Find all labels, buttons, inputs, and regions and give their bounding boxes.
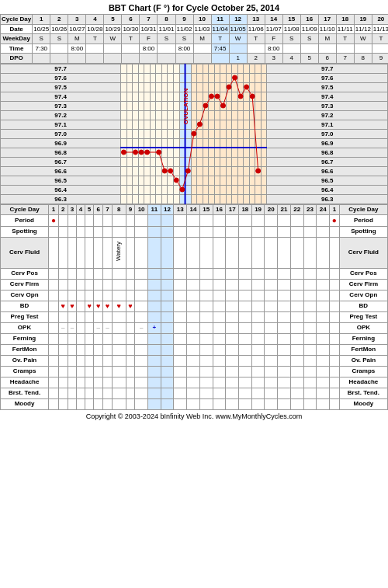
temp-cell-22 [244, 101, 250, 110]
temp-cell-18 [220, 120, 227, 129]
opk-neg-3: – [71, 324, 74, 331]
temp-cell-7 [156, 194, 162, 204]
temp-cell-7 [156, 82, 162, 92]
cerv-opn-label: Cerv Opn [1, 290, 49, 301]
temp-row-96.7: 96.796.7 [1, 157, 388, 166]
temp-cell-13 [191, 166, 197, 176]
temp-label-right-7: 97.0 [267, 129, 388, 138]
temp-cell-4 [138, 82, 144, 92]
temp-cell-12 [185, 166, 192, 176]
temp-cell-9 [168, 166, 174, 176]
temp-cell-15 [203, 101, 209, 110]
ferning-label: Ferning [1, 333, 49, 344]
temp-cell-17 [214, 101, 220, 110]
temp-cell-14 [197, 120, 203, 129]
temp-cell-5 [144, 110, 151, 120]
temp-cell-16 [209, 176, 215, 185]
date-row: Date 10/2510/2610/2710/28 10/2910/3010/3… [1, 24, 389, 34]
temp-cell-15 [203, 129, 209, 138]
temp-cell-21 [237, 110, 244, 120]
temp-cell-14 [197, 92, 203, 101]
temp-cell-3 [133, 82, 139, 92]
temp-cell-17 [214, 194, 220, 204]
temp-cell-23 [249, 73, 255, 82]
temp-cell-16 [209, 64, 215, 73]
temp-cell-24 [255, 73, 262, 82]
temp-cell-18 [220, 138, 227, 148]
temp-cell-21 [237, 138, 244, 148]
temp-cell-16 [209, 129, 215, 138]
temp-cell-12 [185, 176, 192, 185]
temp-row-97.4: 97.497.4 [1, 92, 388, 101]
temp-cell-18 [220, 176, 227, 185]
temp-cell-23 [249, 64, 255, 73]
ferning-label-right: Ferning [339, 333, 387, 344]
temp-cell-17 [214, 129, 220, 138]
period-dot-25: ● [332, 216, 337, 224]
temp-cell-11 [179, 157, 185, 166]
temp-cell-7 [156, 120, 162, 129]
headache-row: Headache Headache [1, 377, 388, 388]
temp-cell-25 [261, 148, 267, 157]
temp-label-right-9: 96.8 [267, 148, 388, 157]
temp-cell-15 [203, 148, 209, 157]
temp-cell-23 [249, 176, 255, 185]
temp-cell-3 [133, 138, 139, 148]
temp-cell-13 [191, 129, 197, 138]
temp-cell-8 [161, 110, 168, 120]
temp-cell-23 [249, 101, 255, 110]
temp-cell-12 [185, 194, 192, 204]
temp-cell-12 [185, 64, 192, 73]
cerv-firm-row: Cerv Firm Cerv Firm [1, 279, 388, 290]
temp-cell-3 [133, 129, 139, 138]
temp-cell-5 [144, 73, 151, 82]
temp-cell-25 [261, 166, 267, 176]
opk-neg-10: – [140, 324, 143, 331]
temp-cell-16 [209, 138, 215, 148]
period-label-right: Period [339, 214, 387, 226]
opk-neg-7: – [106, 324, 109, 331]
temperature-chart: 97.797.797.697.697.597.597.497.497.397.3… [0, 64, 388, 204]
temp-cell-4 [138, 120, 144, 129]
temp-cell-10 [173, 92, 179, 101]
temp-cell-25 [261, 101, 267, 110]
temp-cell-19 [226, 176, 232, 185]
temp-cell-4 [138, 64, 144, 73]
temp-cell-3 [133, 101, 139, 110]
temp-cell-6 [150, 138, 156, 148]
temp-cell-25 [261, 73, 267, 82]
temp-cell-22 [244, 92, 250, 101]
temp-cell-2 [126, 120, 133, 129]
temp-cell-12 [185, 82, 192, 92]
temp-cell-8 [161, 82, 168, 92]
bd-row: BD ♥ ♥ ♥ ♥ ♥ ♥ ♥ BD [1, 301, 388, 311]
opk-label-right: OPK [339, 322, 387, 333]
temp-cell-24 [255, 120, 262, 129]
temp-cell-15 [203, 194, 209, 204]
temp-label-right-6: 97.1 [267, 120, 388, 129]
temp-cell-22 [244, 157, 250, 166]
time-label: Time [1, 43, 33, 54]
temp-cell-2 [126, 185, 133, 194]
temp-cell-15 [203, 138, 209, 148]
temp-cell-16 [209, 194, 215, 204]
temp-cell-4 [138, 101, 144, 110]
temp-cell-10 [173, 129, 179, 138]
temp-row-96.4: 96.496.4 [1, 185, 388, 194]
temp-cell-11 [179, 194, 185, 204]
copyright-text: Copyright © 2003-2024 bInfinity Web Inc.… [0, 410, 388, 423]
temp-cell-13 [191, 194, 197, 204]
temp-cell-12 [185, 157, 192, 166]
temp-cell-5 [144, 166, 151, 176]
temp-cell-18 [220, 110, 227, 120]
temp-label-left-6: 97.1 [1, 120, 121, 129]
temp-cell-16 [209, 101, 215, 110]
temp-cell-12 [185, 120, 192, 129]
temp-cell-16 [209, 73, 215, 82]
temp-cell-17 [214, 157, 220, 166]
temp-cell-25 [261, 129, 267, 138]
temp-cell-25 [261, 64, 267, 73]
cycle-day-header-row: Cycle Day 1234 5678 9101112 13141516 171… [1, 15, 389, 25]
temp-cell-21 [237, 176, 244, 185]
date-label: Date [1, 24, 33, 34]
